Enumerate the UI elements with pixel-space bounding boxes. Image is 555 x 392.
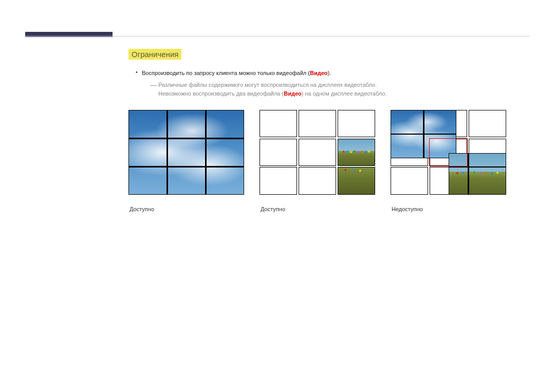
bullet-video-word: Видео [310,70,328,76]
bullet-prefix: Воспроизводить по запросу клиента можно … [142,70,310,76]
cell [391,167,428,194]
cell-empty [260,139,297,166]
cell-empty [299,110,336,137]
cell-empty [299,139,336,166]
video-b-border [449,153,506,195]
sub-line2-video: Видео [284,90,302,97]
sub-line1: Различные файлы содержимого могут воспро… [158,82,377,88]
cell-empty [299,167,336,194]
figure-3-caption: Недоступно [391,206,506,212]
grid-cells [260,110,375,195]
section-title: Ограничения [128,49,181,60]
figure-1-grid [128,110,244,195]
sub-line2-suffix: ) на одном дисплее видеотабло. [302,90,387,97]
bullet-dot: • [136,69,142,75]
cell-field-bottom [338,167,375,194]
sub-dash: ― [150,81,158,89]
bullet-suffix: ). [327,70,331,76]
header-divider [25,36,530,37]
cell-empty [338,110,375,137]
figure-3-grid [391,110,506,195]
cell-empty [260,167,297,194]
field-image-lower [338,167,375,194]
grid-vline [166,110,168,195]
main-content: Ограничения • Воспроизводить по запросу … [128,49,524,212]
cell [469,110,506,137]
sub-line2-prefix: Невозможно воспроизводить два видеофайла… [158,90,284,97]
figure-1: Доступно [128,110,244,212]
grid-hline [128,166,244,167]
sky-image [128,110,244,195]
bullet-block: • Воспроизводить по запросу клиента можн… [136,69,524,99]
grid-vline [205,110,207,195]
figure-2-caption: Доступно [260,206,375,212]
figure-3: Недоступно [391,110,506,212]
video-a-sky [391,110,456,158]
sub-row-1: ― Различные файлы содержимого могут восп… [150,81,524,99]
figure-1-caption: Доступно [128,206,244,212]
figure-2-grid [260,110,375,195]
figure-2: Доступно [260,110,375,212]
video-b-field [449,153,506,195]
video-b-vline [468,153,469,195]
grid-hline [128,138,244,139]
field-image-upper [338,139,375,165]
bullet-row: • Воспроизводить по запросу клиента можн… [136,69,524,78]
sub-block: ― Различные файлы содержимого могут восп… [150,81,524,99]
video-a-hline [391,134,456,135]
cell-empty [260,110,297,137]
sub-text: Различные файлы содержимого могут воспро… [158,81,387,99]
bullet-text: Воспроизводить по запросу клиента можно … [142,69,331,78]
cell-field-top [338,139,375,166]
figures-row: Доступно [128,110,524,212]
video-b-hline [449,166,506,168]
